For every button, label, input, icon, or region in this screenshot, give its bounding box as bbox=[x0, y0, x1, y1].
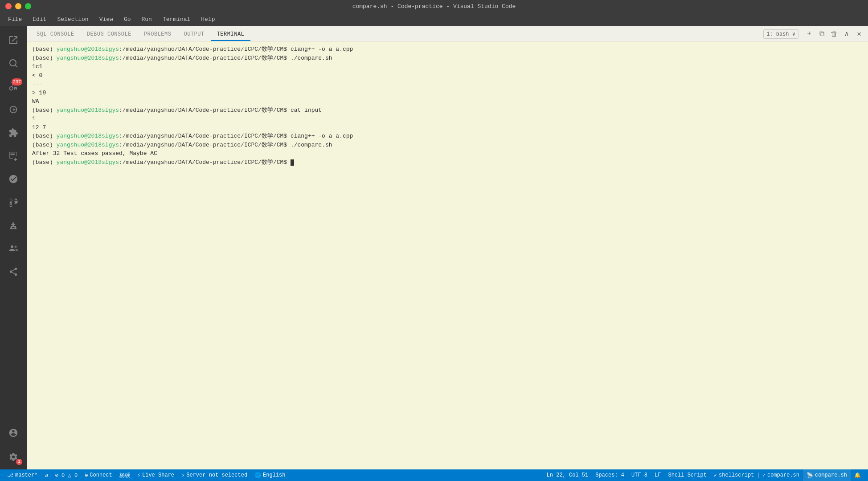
test-icon[interactable] bbox=[2, 145, 25, 167]
panel-tabs: SQL CONSOLE DEBUG CONSOLE PROBLEMS OUTPU… bbox=[27, 26, 868, 41]
menu-view[interactable]: View bbox=[95, 14, 118, 24]
menu-run[interactable]: Run bbox=[137, 14, 156, 24]
menu-help[interactable]: Help bbox=[197, 14, 219, 24]
maximize-button[interactable] bbox=[25, 3, 31, 9]
status-language-region[interactable]: 🌐 English bbox=[251, 469, 289, 481]
activity-bar: 237 1 bbox=[0, 26, 27, 469]
status-server[interactable]: ⚡ Server not selected bbox=[178, 469, 251, 481]
split-terminal-btn[interactable]: ⧉ bbox=[816, 29, 827, 39]
status-notifications[interactable]: 🔔 bbox=[851, 469, 864, 481]
server-text: Server not selected bbox=[186, 472, 247, 478]
status-go-live[interactable]: 📡 compare.sh bbox=[803, 469, 851, 481]
source-control-badge: 237 bbox=[12, 78, 22, 86]
user-text: 杨硕 bbox=[119, 472, 130, 479]
connect-text: Connect bbox=[90, 472, 112, 478]
status-sync[interactable]: ↺ bbox=[41, 469, 51, 481]
git-branch-text: master* bbox=[15, 472, 37, 478]
terminal-line: (base) yangshuo@2018slgys:/media/yangshu… bbox=[32, 132, 863, 141]
status-bar: ⎇ master* ↺ ⊘ 0 △ 0 ⊕ Connect 杨硕 ⚡ Live … bbox=[0, 469, 868, 481]
panel-close-btn[interactable]: ✕ bbox=[854, 29, 864, 39]
terminal-line: (base) yangshuo@2018slgys:/media/yangshu… bbox=[32, 106, 863, 115]
panel-actions: 1: bash ∨ + ⧉ 🗑 ∧ ✕ bbox=[763, 29, 864, 41]
encoding-text: UTF-8 bbox=[631, 472, 647, 478]
remote-icon[interactable] bbox=[2, 168, 25, 190]
status-errors[interactable]: ⊘ 0 △ 0 bbox=[52, 469, 81, 481]
status-line-ending[interactable]: LF bbox=[651, 469, 664, 481]
status-language-mode[interactable]: Shell Script bbox=[664, 469, 710, 481]
language-icon: 🌐 bbox=[254, 472, 261, 479]
svg-point-3 bbox=[15, 246, 17, 248]
terminal-cursor bbox=[291, 159, 294, 166]
terminal-selector[interactable]: 1: bash ∨ bbox=[763, 29, 798, 39]
status-live-share[interactable]: ⚡ Live Share bbox=[134, 469, 178, 481]
source-control-icon[interactable]: 237 bbox=[2, 76, 25, 97]
git-branch-icon: ⎇ bbox=[7, 472, 13, 479]
tab-output[interactable]: OUTPUT bbox=[177, 29, 210, 41]
close-button[interactable] bbox=[5, 3, 12, 9]
terminal-line: 12 7 bbox=[32, 123, 863, 132]
explorer-icon[interactable] bbox=[2, 29, 25, 51]
account-icon[interactable] bbox=[2, 422, 25, 444]
live-share-icon: ⚡ bbox=[137, 472, 140, 479]
status-git-branch[interactable]: ⎇ master* bbox=[4, 469, 41, 481]
menu-bar: File Edit Selection View Go Run Terminal… bbox=[0, 12, 868, 26]
terminal-line: < 0 bbox=[32, 71, 863, 80]
settings-icon[interactable]: 1 bbox=[2, 446, 25, 468]
share2-icon[interactable] bbox=[2, 261, 25, 282]
search-icon[interactable] bbox=[2, 53, 25, 74]
terminal-content[interactable]: (base) yangshuo@2018slgys:/media/yangshu… bbox=[27, 41, 868, 469]
filename-text: compare.sh bbox=[767, 472, 799, 478]
terminal-line: (base) yangshuo@2018slgys:/media/yangshu… bbox=[32, 141, 863, 150]
extensions-icon[interactable] bbox=[2, 122, 25, 143]
tab-debug-console[interactable]: DEBUG CONSOLE bbox=[81, 29, 138, 41]
svg-point-2 bbox=[11, 245, 13, 248]
line-ending-text: LF bbox=[655, 472, 661, 478]
status-user[interactable]: 杨硕 bbox=[116, 469, 134, 481]
svg-line-1 bbox=[16, 65, 17, 67]
status-file-compare[interactable]: ✓ shellscript | ✓ compare.sh bbox=[710, 469, 803, 481]
title-bar: compare.sh - Code-practice - Visual Stud… bbox=[0, 0, 868, 12]
minimize-button[interactable] bbox=[15, 3, 21, 9]
menu-go[interactable]: Go bbox=[119, 14, 135, 24]
terminal-line: (base) yangshuo@2018slgys:/media/yangshu… bbox=[32, 45, 863, 54]
menu-edit[interactable]: Edit bbox=[28, 14, 51, 24]
app: 237 1 bbox=[0, 26, 868, 469]
run-debug-icon[interactable] bbox=[2, 99, 25, 120]
connect-icon: ⊕ bbox=[85, 472, 88, 479]
anchor-icon[interactable] bbox=[2, 215, 25, 236]
status-encoding[interactable]: UTF-8 bbox=[628, 469, 651, 481]
server-icon: ⚡ bbox=[181, 472, 184, 479]
status-spaces[interactable]: Spaces: 4 bbox=[592, 469, 628, 481]
spaces-text: Spaces: 4 bbox=[595, 472, 624, 478]
status-connect[interactable]: ⊕ Connect bbox=[81, 469, 116, 481]
main-content: SQL CONSOLE DEBUG CONSOLE PROBLEMS OUTPU… bbox=[27, 26, 868, 469]
status-cursor-position[interactable]: Ln 22, Col 51 bbox=[543, 469, 592, 481]
svg-point-0 bbox=[10, 60, 16, 66]
menu-selection[interactable]: Selection bbox=[53, 14, 93, 24]
team-icon[interactable] bbox=[2, 238, 25, 259]
tab-sql-console[interactable]: SQL CONSOLE bbox=[30, 29, 81, 41]
kill-terminal-btn[interactable]: 🗑 bbox=[829, 29, 839, 39]
window-title: compare.sh - Code-practice - Visual Stud… bbox=[352, 3, 516, 10]
tab-terminal[interactable]: TERMINAL bbox=[211, 29, 251, 41]
sync-icon: ↺ bbox=[45, 472, 48, 479]
terminal-line: (base) yangshuo@2018slgys:/media/yangshu… bbox=[32, 54, 863, 63]
menu-terminal[interactable]: Terminal bbox=[158, 14, 195, 24]
panel-maximize-btn[interactable]: ∧ bbox=[841, 29, 852, 39]
terminal-line: --- bbox=[32, 80, 863, 89]
cursor-position-text: Ln 22, Col 51 bbox=[547, 472, 589, 478]
pr-icon[interactable] bbox=[2, 192, 25, 213]
checkmark2-icon: ✓ bbox=[762, 472, 766, 479]
shellscript-text: shellscript | bbox=[719, 472, 761, 478]
go-live-icon: 📡 bbox=[807, 472, 813, 479]
live-share-text: Live Share bbox=[142, 472, 174, 478]
terminal-line: 1 bbox=[32, 114, 863, 123]
tab-problems[interactable]: PROBLEMS bbox=[138, 29, 178, 41]
go-live-text: compare.sh bbox=[815, 472, 847, 478]
new-terminal-btn[interactable]: + bbox=[804, 29, 815, 39]
language-mode-text: Shell Script bbox=[668, 472, 706, 478]
menu-file[interactable]: File bbox=[4, 14, 26, 24]
window-controls bbox=[5, 3, 31, 9]
terminal-line: After 32 Test cases passed, Maybe AC bbox=[32, 149, 863, 158]
notifications-icon: 🔔 bbox=[854, 472, 861, 479]
